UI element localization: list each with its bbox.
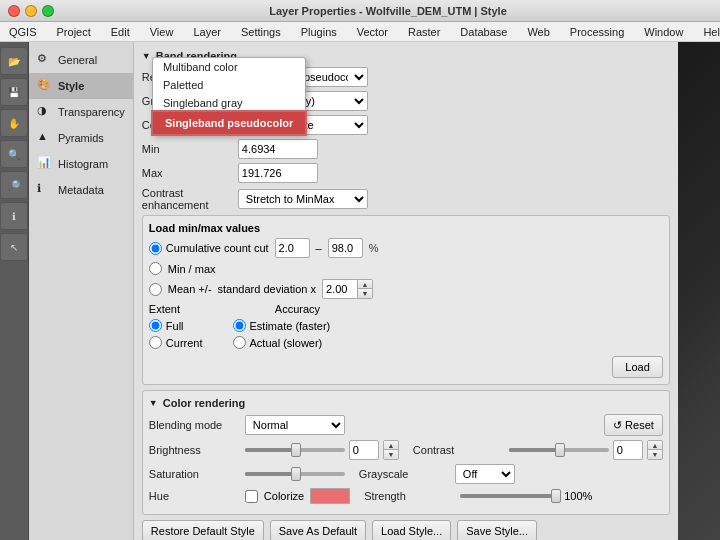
saturation-slider[interactable] (245, 472, 345, 476)
cumulative-radio[interactable] (149, 242, 162, 255)
max-input[interactable] (238, 163, 318, 183)
min-input[interactable] (238, 139, 318, 159)
restore-default-button[interactable]: Restore Default Style (142, 520, 264, 540)
accuracy-options: Estimate (faster) Actual (slower) (233, 319, 331, 353)
close-button[interactable] (8, 5, 20, 17)
cumulative-radio-group: Cumulative count cut (149, 242, 269, 255)
estimate-radio[interactable] (233, 319, 246, 332)
sidebar-item-pyramids[interactable]: ▲ Pyramids (29, 125, 133, 151)
brightness-input[interactable] (349, 440, 379, 460)
dropdown-multiband[interactable]: Multiband color (153, 58, 305, 76)
brightness-up[interactable]: ▲ (384, 441, 398, 450)
estimate-label: Estimate (faster) (250, 320, 331, 332)
current-radio-group: Current (149, 336, 203, 349)
strength-slider-container: 100% (460, 490, 592, 502)
mean-radio[interactable] (149, 283, 162, 296)
hue-color-swatch[interactable] (310, 488, 350, 504)
sidebar-label-style: Style (58, 80, 84, 92)
reset-button[interactable]: ↺ Reset (604, 414, 663, 436)
map-light-region (708, 360, 720, 540)
sidebar-item-transparency[interactable]: ◑ Transparency (29, 99, 133, 125)
current-radio[interactable] (149, 336, 162, 349)
saturation-slider-container (245, 472, 345, 476)
contrast-up[interactable]: ▲ (648, 441, 662, 450)
band-rendering-arrow: ▼ (142, 51, 151, 61)
actual-radio[interactable] (233, 336, 246, 349)
extent-accuracy-header: Extent Accuracy (149, 303, 663, 315)
brightness-slider[interactable] (245, 448, 345, 452)
cumulative-max-input[interactable] (328, 238, 363, 258)
std-input[interactable] (322, 279, 357, 299)
histogram-icon: 📊 (37, 156, 53, 172)
grayscale-select[interactable]: Off (455, 464, 515, 484)
menu-raster[interactable]: Raster (404, 24, 444, 40)
contrast-input[interactable] (613, 440, 643, 460)
sidebar-item-histogram[interactable]: 📊 Histogram (29, 151, 133, 177)
minimize-button[interactable] (25, 5, 37, 17)
menubar: QGIS Project Edit View Layer Settings Pl… (0, 22, 720, 42)
sidebar-item-general[interactable]: ⚙ General (29, 47, 133, 73)
minmax-radio[interactable] (149, 262, 162, 275)
menu-project[interactable]: Project (53, 24, 95, 40)
tool-open[interactable]: 📂 (0, 47, 28, 75)
std-down[interactable]: ▼ (358, 289, 372, 298)
menu-edit[interactable]: Edit (107, 24, 134, 40)
window-controls[interactable] (8, 5, 54, 17)
menu-window[interactable]: Window (640, 24, 687, 40)
brightness-stepper[interactable]: ▲ ▼ (383, 440, 399, 460)
strength-label: Strength (364, 490, 454, 502)
map-area (678, 42, 720, 540)
contrast-slider[interactable] (509, 448, 609, 452)
menu-help[interactable]: Help (699, 24, 720, 40)
std-stepper-buttons[interactable]: ▲ ▼ (357, 279, 373, 299)
menu-processing[interactable]: Processing (566, 24, 628, 40)
menu-settings[interactable]: Settings (237, 24, 285, 40)
menu-qgis[interactable]: QGIS (5, 24, 41, 40)
tool-pan[interactable]: ✋ (0, 109, 28, 137)
contrast-down[interactable]: ▼ (648, 450, 662, 459)
strength-value: 100% (564, 490, 592, 502)
std-up[interactable]: ▲ (358, 280, 372, 289)
menu-vector[interactable]: Vector (353, 24, 392, 40)
tool-select[interactable]: ↖ (0, 233, 28, 261)
tool-zoom-out[interactable]: 🔎 (0, 171, 28, 199)
menu-database[interactable]: Database (456, 24, 511, 40)
colorize-checkbox[interactable] (245, 490, 258, 503)
menu-plugins[interactable]: Plugins (297, 24, 341, 40)
contrast-select[interactable]: Stretch to MinMax (238, 189, 368, 209)
brightness-down[interactable]: ▼ (384, 450, 398, 459)
cumulative-min-input[interactable] (275, 238, 310, 258)
render-type-dropdown: Multiband color Paletted Singleband gray… (152, 57, 306, 135)
tool-save[interactable]: 💾 (0, 78, 28, 106)
color-rendering-arrow: ▼ (149, 398, 158, 408)
load-button[interactable]: Load (612, 356, 662, 378)
blending-select[interactable]: Normal (245, 415, 345, 435)
tool-identify[interactable]: ℹ (0, 202, 28, 230)
menu-layer[interactable]: Layer (189, 24, 225, 40)
strength-slider[interactable] (460, 494, 560, 498)
sidebar-nav: ⚙ General 🎨 Style ◑ Transparency ▲ Pyram… (29, 42, 134, 540)
color-rendering-title: Color rendering (163, 397, 246, 409)
dropdown-singleband-gray[interactable]: Singleband gray (153, 94, 305, 112)
grayscale-label: Grayscale (359, 468, 449, 480)
save-as-default-button[interactable]: Save As Default (270, 520, 366, 540)
menu-web[interactable]: Web (523, 24, 553, 40)
dropdown-singleband-pseudo[interactable]: Singleband pseudocolor (153, 112, 305, 134)
color-rendering-section: ▼ Color rendering Blending mode Normal ↺… (142, 390, 670, 515)
hue-row: Hue Colorize Strength 100% (149, 488, 663, 504)
load-style-button[interactable]: Load Style... (372, 520, 451, 540)
sidebar-item-metadata[interactable]: ℹ Metadata (29, 177, 133, 203)
tool-zoom-in[interactable]: 🔍 (0, 140, 28, 168)
std-stepper: ▲ ▼ (322, 279, 373, 299)
dropdown-paletted[interactable]: Paletted (153, 76, 305, 94)
full-radio[interactable] (149, 319, 162, 332)
maximize-button[interactable] (42, 5, 54, 17)
saturation-label: Saturation (149, 468, 239, 480)
sidebar-label-transparency: Transparency (58, 106, 125, 118)
save-style-button[interactable]: Save Style... (457, 520, 537, 540)
cumulative-dash: – (316, 242, 322, 254)
load-btn-container: Load (149, 356, 663, 378)
sidebar-item-style[interactable]: 🎨 Style (29, 73, 133, 99)
menu-view[interactable]: View (146, 24, 178, 40)
contrast-stepper[interactable]: ▲ ▼ (647, 440, 663, 460)
